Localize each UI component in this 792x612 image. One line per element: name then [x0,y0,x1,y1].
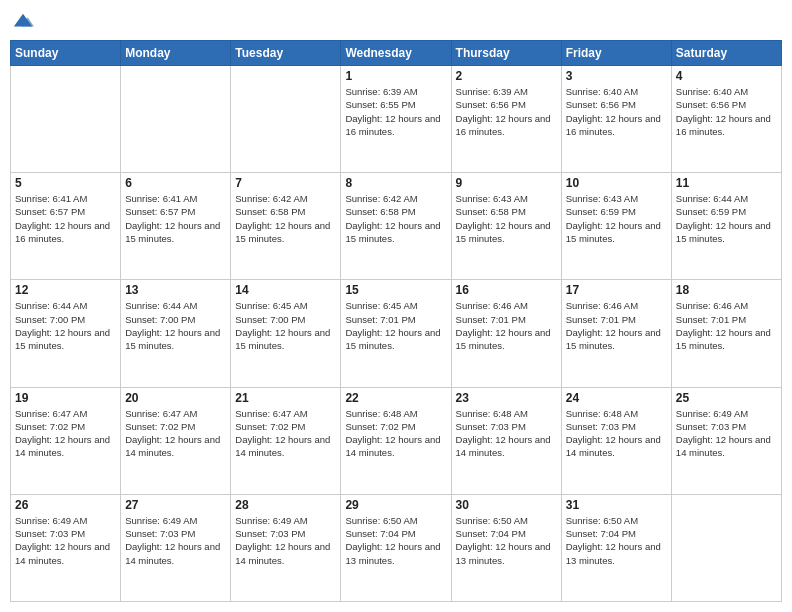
day-info: Sunrise: 6:43 AM Sunset: 6:59 PM Dayligh… [566,192,667,245]
calendar-day-cell [121,66,231,173]
calendar-day-cell: 26Sunrise: 6:49 AM Sunset: 7:03 PM Dayli… [11,494,121,601]
day-number: 6 [125,176,226,190]
day-number: 24 [566,391,667,405]
day-number: 7 [235,176,336,190]
calendar-day-cell: 18Sunrise: 6:46 AM Sunset: 7:01 PM Dayli… [671,280,781,387]
calendar-day-cell: 16Sunrise: 6:46 AM Sunset: 7:01 PM Dayli… [451,280,561,387]
calendar-day-cell: 22Sunrise: 6:48 AM Sunset: 7:02 PM Dayli… [341,387,451,494]
weekday-header: Thursday [451,41,561,66]
calendar-day-cell: 5Sunrise: 6:41 AM Sunset: 6:57 PM Daylig… [11,173,121,280]
day-info: Sunrise: 6:47 AM Sunset: 7:02 PM Dayligh… [125,407,226,460]
day-info: Sunrise: 6:50 AM Sunset: 7:04 PM Dayligh… [566,514,667,567]
day-info: Sunrise: 6:46 AM Sunset: 7:01 PM Dayligh… [456,299,557,352]
calendar-day-cell: 24Sunrise: 6:48 AM Sunset: 7:03 PM Dayli… [561,387,671,494]
day-info: Sunrise: 6:39 AM Sunset: 6:55 PM Dayligh… [345,85,446,138]
day-info: Sunrise: 6:48 AM Sunset: 7:03 PM Dayligh… [456,407,557,460]
calendar-day-cell: 31Sunrise: 6:50 AM Sunset: 7:04 PM Dayli… [561,494,671,601]
calendar-day-cell: 28Sunrise: 6:49 AM Sunset: 7:03 PM Dayli… [231,494,341,601]
header [10,10,782,32]
day-info: Sunrise: 6:42 AM Sunset: 6:58 PM Dayligh… [235,192,336,245]
calendar-day-cell: 2Sunrise: 6:39 AM Sunset: 6:56 PM Daylig… [451,66,561,173]
weekday-header: Saturday [671,41,781,66]
calendar-day-cell: 4Sunrise: 6:40 AM Sunset: 6:56 PM Daylig… [671,66,781,173]
day-number: 16 [456,283,557,297]
day-number: 22 [345,391,446,405]
calendar-day-cell: 9Sunrise: 6:43 AM Sunset: 6:58 PM Daylig… [451,173,561,280]
day-number: 4 [676,69,777,83]
day-number: 9 [456,176,557,190]
day-number: 5 [15,176,116,190]
day-number: 12 [15,283,116,297]
calendar-day-cell: 12Sunrise: 6:44 AM Sunset: 7:00 PM Dayli… [11,280,121,387]
page: SundayMondayTuesdayWednesdayThursdayFrid… [0,0,792,612]
day-number: 3 [566,69,667,83]
day-info: Sunrise: 6:40 AM Sunset: 6:56 PM Dayligh… [566,85,667,138]
day-number: 31 [566,498,667,512]
calendar-day-cell: 17Sunrise: 6:46 AM Sunset: 7:01 PM Dayli… [561,280,671,387]
calendar-day-cell: 7Sunrise: 6:42 AM Sunset: 6:58 PM Daylig… [231,173,341,280]
calendar-day-cell: 10Sunrise: 6:43 AM Sunset: 6:59 PM Dayli… [561,173,671,280]
day-info: Sunrise: 6:49 AM Sunset: 7:03 PM Dayligh… [125,514,226,567]
day-info: Sunrise: 6:49 AM Sunset: 7:03 PM Dayligh… [15,514,116,567]
calendar-week-row: 1Sunrise: 6:39 AM Sunset: 6:55 PM Daylig… [11,66,782,173]
day-info: Sunrise: 6:44 AM Sunset: 6:59 PM Dayligh… [676,192,777,245]
day-number: 10 [566,176,667,190]
day-number: 17 [566,283,667,297]
day-info: Sunrise: 6:47 AM Sunset: 7:02 PM Dayligh… [15,407,116,460]
day-info: Sunrise: 6:46 AM Sunset: 7:01 PM Dayligh… [566,299,667,352]
weekday-header: Tuesday [231,41,341,66]
day-info: Sunrise: 6:40 AM Sunset: 6:56 PM Dayligh… [676,85,777,138]
day-number: 30 [456,498,557,512]
day-number: 13 [125,283,226,297]
day-info: Sunrise: 6:44 AM Sunset: 7:00 PM Dayligh… [15,299,116,352]
calendar-week-row: 19Sunrise: 6:47 AM Sunset: 7:02 PM Dayli… [11,387,782,494]
calendar-day-cell: 19Sunrise: 6:47 AM Sunset: 7:02 PM Dayli… [11,387,121,494]
calendar-day-cell: 11Sunrise: 6:44 AM Sunset: 6:59 PM Dayli… [671,173,781,280]
day-info: Sunrise: 6:44 AM Sunset: 7:00 PM Dayligh… [125,299,226,352]
calendar-table: SundayMondayTuesdayWednesdayThursdayFrid… [10,40,782,602]
calendar-day-cell: 23Sunrise: 6:48 AM Sunset: 7:03 PM Dayli… [451,387,561,494]
calendar-day-cell [11,66,121,173]
day-number: 23 [456,391,557,405]
calendar-day-cell: 20Sunrise: 6:47 AM Sunset: 7:02 PM Dayli… [121,387,231,494]
day-info: Sunrise: 6:50 AM Sunset: 7:04 PM Dayligh… [456,514,557,567]
weekday-header: Friday [561,41,671,66]
calendar-day-cell: 21Sunrise: 6:47 AM Sunset: 7:02 PM Dayli… [231,387,341,494]
day-info: Sunrise: 6:43 AM Sunset: 6:58 PM Dayligh… [456,192,557,245]
calendar-week-row: 26Sunrise: 6:49 AM Sunset: 7:03 PM Dayli… [11,494,782,601]
calendar-day-cell: 3Sunrise: 6:40 AM Sunset: 6:56 PM Daylig… [561,66,671,173]
day-info: Sunrise: 6:39 AM Sunset: 6:56 PM Dayligh… [456,85,557,138]
day-number: 29 [345,498,446,512]
day-number: 27 [125,498,226,512]
day-info: Sunrise: 6:48 AM Sunset: 7:02 PM Dayligh… [345,407,446,460]
day-number: 2 [456,69,557,83]
calendar-header-row: SundayMondayTuesdayWednesdayThursdayFrid… [11,41,782,66]
day-number: 26 [15,498,116,512]
calendar-day-cell: 30Sunrise: 6:50 AM Sunset: 7:04 PM Dayli… [451,494,561,601]
day-number: 18 [676,283,777,297]
day-number: 11 [676,176,777,190]
day-number: 14 [235,283,336,297]
day-info: Sunrise: 6:41 AM Sunset: 6:57 PM Dayligh… [15,192,116,245]
day-number: 28 [235,498,336,512]
day-number: 8 [345,176,446,190]
calendar-day-cell: 15Sunrise: 6:45 AM Sunset: 7:01 PM Dayli… [341,280,451,387]
day-number: 15 [345,283,446,297]
calendar-day-cell: 25Sunrise: 6:49 AM Sunset: 7:03 PM Dayli… [671,387,781,494]
calendar-day-cell: 1Sunrise: 6:39 AM Sunset: 6:55 PM Daylig… [341,66,451,173]
calendar-day-cell: 27Sunrise: 6:49 AM Sunset: 7:03 PM Dayli… [121,494,231,601]
day-info: Sunrise: 6:49 AM Sunset: 7:03 PM Dayligh… [235,514,336,567]
weekday-header: Wednesday [341,41,451,66]
calendar-week-row: 5Sunrise: 6:41 AM Sunset: 6:57 PM Daylig… [11,173,782,280]
day-number: 21 [235,391,336,405]
day-number: 20 [125,391,226,405]
day-info: Sunrise: 6:45 AM Sunset: 7:01 PM Dayligh… [345,299,446,352]
day-info: Sunrise: 6:47 AM Sunset: 7:02 PM Dayligh… [235,407,336,460]
calendar-day-cell: 6Sunrise: 6:41 AM Sunset: 6:57 PM Daylig… [121,173,231,280]
calendar-day-cell [671,494,781,601]
calendar-day-cell: 8Sunrise: 6:42 AM Sunset: 6:58 PM Daylig… [341,173,451,280]
calendar-day-cell: 14Sunrise: 6:45 AM Sunset: 7:00 PM Dayli… [231,280,341,387]
day-info: Sunrise: 6:41 AM Sunset: 6:57 PM Dayligh… [125,192,226,245]
weekday-header: Monday [121,41,231,66]
calendar-day-cell [231,66,341,173]
